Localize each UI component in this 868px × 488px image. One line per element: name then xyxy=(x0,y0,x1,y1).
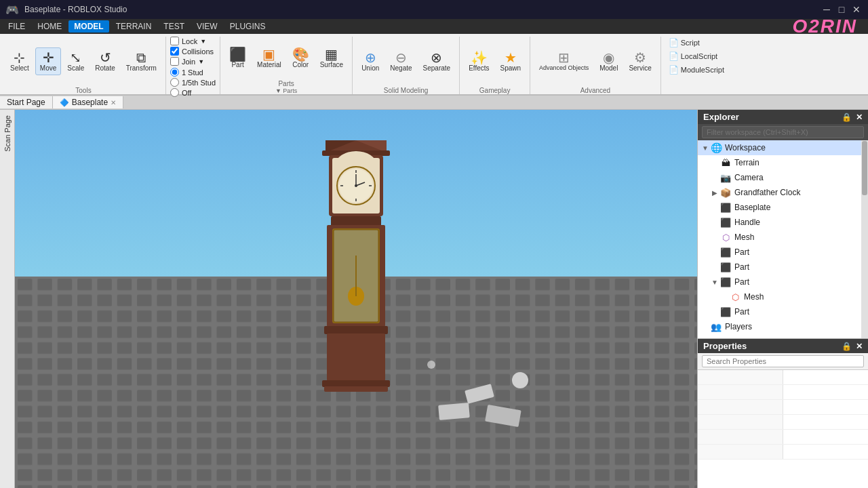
model-tool-button[interactable]: ◉ Model xyxy=(595,47,623,75)
tree-item-handle[interactable]: ⬛ Handle xyxy=(698,215,868,230)
select-button[interactable]: ⊹ Select xyxy=(5,47,34,75)
scale-label: Scale xyxy=(67,64,84,72)
tree-item-part3[interactable]: ▼ ⬛ Part xyxy=(698,274,868,289)
tab-start-page[interactable]: Start Page xyxy=(0,96,53,108)
move-button[interactable]: ✛ Move xyxy=(35,47,61,75)
stud-off-option[interactable]: Off xyxy=(170,88,216,97)
tab-baseplate-close[interactable]: ✕ xyxy=(111,99,116,106)
part4-icon: ⬛ xyxy=(719,306,732,318)
surface-button[interactable]: ▦ Surface xyxy=(315,44,348,72)
tab-baseplate[interactable]: 🔷 Baseplate ✕ xyxy=(53,96,123,108)
menu-plugins[interactable]: PLUGINS xyxy=(224,20,271,33)
local-script-button[interactable]: 📄 LocalScript xyxy=(665,50,721,62)
close-button[interactable]: ✕ xyxy=(850,3,863,16)
prop-value-3[interactable] xyxy=(783,400,869,414)
effects-button[interactable]: ✨ Effects xyxy=(464,47,494,75)
spawn-button[interactable]: ★ Spawn xyxy=(496,47,526,75)
union-button[interactable]: ⊕ Union xyxy=(357,47,384,75)
material-icon: ▣ xyxy=(262,47,275,61)
maximize-button[interactable]: □ xyxy=(835,3,848,16)
prop-row-2 xyxy=(698,385,868,400)
stud-15-radio[interactable] xyxy=(170,78,179,87)
tree-item-baseplate[interactable]: ⬛ Baseplate xyxy=(698,200,868,215)
scale-button[interactable]: ⤡ Scale xyxy=(62,47,89,75)
svg-rect-30 xyxy=(324,386,388,392)
menu-terrain[interactable]: TERRAIN xyxy=(111,20,157,33)
script-button[interactable]: 📄 Script xyxy=(665,37,703,49)
menu-test[interactable]: TEST xyxy=(158,20,190,33)
explorer-scrollbar-thumb[interactable] xyxy=(862,141,867,195)
prop-value-4[interactable] xyxy=(783,415,869,429)
lock-dropdown-icon[interactable]: ▼ xyxy=(200,38,206,45)
mesh2-label: Mesh xyxy=(744,292,764,302)
collisions-checkbox[interactable] xyxy=(170,47,179,56)
separate-button[interactable]: ⊗ Separate xyxy=(418,47,456,75)
tree-item-mesh2[interactable]: ⬡ Mesh xyxy=(698,289,868,304)
tree-item-part1[interactable]: ⬛ Part xyxy=(698,245,868,260)
tree-item-grandfather-clock[interactable]: ▶ 📦 Grandfather Clock xyxy=(698,185,868,200)
ribbon-group-scripts: 📄 Script 📄 LocalScript 📄 ModuleScript xyxy=(661,37,732,94)
stud-15-option[interactable]: 1/5th Stud xyxy=(170,78,216,87)
lock-checkbox[interactable] xyxy=(170,37,179,45)
move-icon: ✛ xyxy=(43,51,54,64)
join-row[interactable]: Join ▼ xyxy=(170,57,214,66)
menu-model[interactable]: MODEL xyxy=(68,20,108,33)
baseplate-label: Baseplate xyxy=(734,203,770,212)
stud-off-radio[interactable] xyxy=(170,88,179,97)
explorer-scrollbar[interactable] xyxy=(861,140,868,338)
prop-value-6[interactable] xyxy=(783,445,869,459)
negate-button[interactable]: ⊖ Negate xyxy=(385,47,416,75)
menu-file[interactable]: FILE xyxy=(3,20,31,33)
tree-item-players[interactable]: 👥 Players xyxy=(698,319,868,334)
transform-button[interactable]: ⧉ Transform xyxy=(121,47,161,75)
select-icon: ⊹ xyxy=(14,51,25,64)
properties-lock-icon[interactable]: 🔒 xyxy=(842,342,852,351)
lock-row[interactable]: Lock ▼ xyxy=(170,37,214,45)
rotate-button[interactable]: ↺ Rotate xyxy=(90,47,119,75)
part-button[interactable]: ⬛ Part xyxy=(224,44,251,72)
right-panel: Explorer 🔒 ✕ ▼ 🌐 Workspace xyxy=(697,110,868,488)
tree-item-camera[interactable]: 📷 Camera xyxy=(698,170,868,185)
explorer-panel: Explorer 🔒 ✕ ▼ 🌐 Workspace xyxy=(698,110,868,339)
explorer-lock-icon[interactable]: 🔒 xyxy=(842,113,852,122)
collisions-label: Collisions xyxy=(182,47,214,56)
prop-row-1 xyxy=(698,370,868,385)
properties-close-icon[interactable]: ✕ xyxy=(856,342,863,351)
module-script-button[interactable]: 📄 ModuleScript xyxy=(665,64,728,76)
minimize-button[interactable]: ─ xyxy=(821,3,833,16)
properties-search-input[interactable] xyxy=(702,355,864,367)
camera-label: Camera xyxy=(734,173,764,182)
menu-home[interactable]: HOME xyxy=(32,20,67,33)
gameplay-group-label: Gameplay xyxy=(464,87,526,94)
menu-view[interactable]: VIEW xyxy=(191,20,223,33)
tree-item-part4[interactable]: ⬛ Part xyxy=(698,304,868,319)
parts-expand-icon[interactable]: ▼ Parts xyxy=(224,87,348,94)
tree-item-workspace[interactable]: ▼ 🌐 Workspace xyxy=(698,140,868,155)
join-checkbox[interactable] xyxy=(170,57,179,66)
collisions-row[interactable]: Collisions xyxy=(170,47,214,56)
script-label: Script xyxy=(681,39,700,47)
scan-page-button[interactable]: Scan Page xyxy=(2,113,13,155)
prop-value-2[interactable] xyxy=(783,385,869,399)
prop-row-5 xyxy=(698,430,868,445)
viewport[interactable] xyxy=(15,110,697,488)
prop-value-5[interactable] xyxy=(783,430,869,444)
stud-1-radio[interactable] xyxy=(170,68,179,77)
explorer-search-input[interactable] xyxy=(702,126,864,138)
tree-item-part2[interactable]: ⬛ Part xyxy=(698,260,868,274)
material-button[interactable]: ▣ Material xyxy=(252,44,286,72)
properties-panel: Properties 🔒 ✕ xyxy=(698,339,868,488)
service-button[interactable]: ⚙ Service xyxy=(624,47,656,75)
advanced-objects-button[interactable]: ⊞ Advanced Objects xyxy=(534,47,593,75)
workspace-icon: 🌐 xyxy=(710,142,722,154)
join-dropdown-icon[interactable]: ▼ xyxy=(198,58,204,65)
stud-1-option[interactable]: 1 Stud xyxy=(170,68,216,77)
color-button[interactable]: 🎨 Color xyxy=(288,44,314,72)
prop-value-1[interactable] xyxy=(783,370,869,384)
svg-rect-29 xyxy=(322,380,390,387)
grandfather-clock-label: Grandfather Clock xyxy=(734,188,800,197)
explorer-close-icon[interactable]: ✕ xyxy=(856,113,863,122)
tree-item-mesh1[interactable]: ⬡ Mesh xyxy=(698,230,868,245)
tree-item-terrain[interactable]: 🏔 Terrain xyxy=(698,155,868,170)
players-label: Players xyxy=(725,322,752,331)
